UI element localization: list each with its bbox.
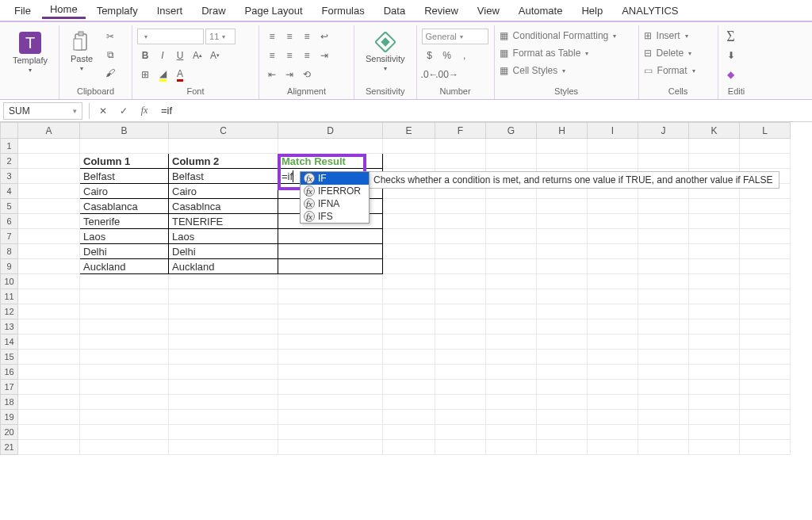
paste-button[interactable]: Paste ▾ (64, 29, 99, 75)
row-header[interactable]: 15 (1, 350, 18, 365)
column-header[interactable]: B (80, 123, 169, 139)
column-header[interactable]: A (18, 123, 80, 139)
cell[interactable] (383, 410, 435, 425)
cell[interactable] (278, 274, 383, 289)
cell[interactable] (435, 380, 486, 395)
formula-input[interactable]: =if (155, 105, 812, 117)
cell[interactable] (537, 259, 588, 274)
cell[interactable]: Casablnca (169, 199, 278, 214)
copy-button[interactable]: ⧉ (102, 47, 118, 63)
increase-indent-button[interactable]: ⇥ (282, 67, 297, 82)
row-header[interactable]: 11 (1, 289, 18, 304)
cell[interactable]: Casablanca (80, 199, 169, 214)
column-header[interactable] (1, 123, 18, 139)
cell[interactable] (486, 199, 537, 214)
cell[interactable] (638, 289, 689, 304)
cell[interactable] (80, 139, 169, 154)
insert-cells-button[interactable]: ⊞Insert▾ (644, 29, 713, 43)
cell[interactable] (689, 244, 740, 259)
cell[interactable] (638, 395, 689, 410)
cell[interactable] (80, 304, 169, 319)
cell[interactable] (18, 139, 80, 154)
cell[interactable] (689, 365, 740, 380)
column-header[interactable]: I (588, 123, 638, 139)
cell[interactable] (486, 350, 537, 365)
cell[interactable] (383, 274, 435, 289)
cell[interactable] (80, 425, 169, 440)
templafy-button[interactable]: T Templafy ▾ (6, 29, 54, 77)
cell[interactable] (638, 259, 689, 274)
cell[interactable] (689, 139, 740, 154)
row-header[interactable]: 9 (1, 259, 18, 274)
cell[interactable] (638, 335, 689, 350)
row-header[interactable]: 3 (1, 169, 18, 184)
cell[interactable] (588, 199, 638, 214)
cell[interactable]: Column 2 (169, 154, 278, 169)
cell[interactable]: Match Result (278, 154, 383, 169)
cell[interactable] (689, 335, 740, 350)
row-header[interactable]: 5 (1, 199, 18, 214)
cell[interactable] (689, 380, 740, 395)
wrap-text-button[interactable]: ↩ (316, 29, 332, 44)
cell[interactable] (18, 319, 80, 335)
underline-button[interactable]: U (172, 48, 188, 63)
cell[interactable] (486, 214, 537, 229)
cell[interactable] (638, 380, 689, 395)
cell[interactable] (80, 335, 169, 350)
cell[interactable] (18, 365, 80, 380)
cell[interactable] (689, 319, 740, 335)
cell[interactable] (278, 410, 383, 425)
cell[interactable] (435, 139, 486, 154)
cell[interactable]: Cairo (169, 184, 278, 199)
cell[interactable] (486, 289, 537, 304)
cell[interactable]: Belfast (169, 169, 278, 184)
cell[interactable] (435, 214, 486, 229)
cell[interactable] (383, 139, 435, 154)
cell[interactable] (740, 199, 791, 214)
cell[interactable] (278, 319, 383, 335)
cell[interactable] (278, 395, 383, 410)
formula-autocomplete[interactable]: fxIF fxIFERROR fxIFNA fxIFS (300, 171, 370, 224)
column-header[interactable]: H (537, 123, 588, 139)
cell[interactable] (435, 395, 486, 410)
cell[interactable] (169, 274, 278, 289)
cell[interactable] (689, 289, 740, 304)
border-button[interactable]: ⊞ (137, 67, 153, 82)
cell[interactable] (689, 259, 740, 274)
worksheet-grid[interactable]: ABCDEFGHIJKL12Column 1Column 2Match Resu… (0, 122, 812, 455)
cell[interactable] (689, 425, 740, 440)
cell[interactable] (638, 410, 689, 425)
cell[interactable] (537, 139, 588, 154)
menu-view[interactable]: View (469, 3, 508, 18)
cell[interactable] (18, 214, 80, 229)
cell[interactable] (638, 440, 689, 455)
cell[interactable]: Auckland (80, 259, 169, 274)
cell[interactable] (486, 229, 537, 244)
cell[interactable] (18, 425, 80, 440)
cell[interactable] (80, 350, 169, 365)
enter-formula-button[interactable]: ✓ (113, 102, 134, 120)
cell[interactable] (740, 139, 791, 154)
orientation-button[interactable]: ⟲ (299, 67, 315, 82)
cell[interactable] (588, 350, 638, 365)
cell[interactable] (435, 244, 486, 259)
cell[interactable] (689, 199, 740, 214)
cell[interactable] (18, 304, 80, 319)
cell[interactable] (486, 365, 537, 380)
cell[interactable] (689, 229, 740, 244)
autocomplete-item[interactable]: fxIFNA (301, 197, 369, 210)
cell[interactable] (435, 274, 486, 289)
cell[interactable] (169, 380, 278, 395)
cell[interactable] (638, 199, 689, 214)
cell[interactable] (435, 440, 486, 455)
cell[interactable] (588, 365, 638, 380)
cell[interactable] (689, 350, 740, 365)
cell[interactable]: Cairo (80, 184, 169, 199)
cell[interactable] (169, 139, 278, 154)
cell[interactable] (638, 214, 689, 229)
cell[interactable] (740, 335, 791, 350)
cell[interactable] (383, 425, 435, 440)
column-header[interactable]: J (638, 123, 689, 139)
cell[interactable] (638, 304, 689, 319)
merge-button[interactable]: ⇥ (316, 48, 332, 63)
